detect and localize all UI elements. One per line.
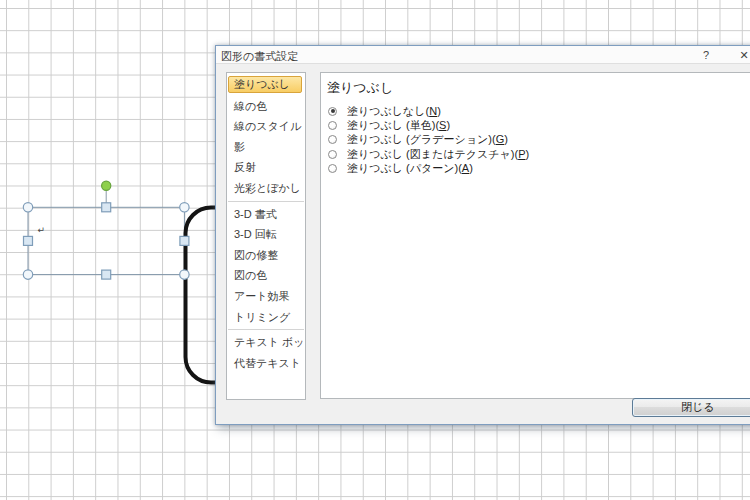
- radio-label: 塗りつぶし (図またはテクスチャ)(P): [347, 147, 529, 162]
- radio-option[interactable]: 塗りつぶし (グラデーション)(G): [328, 133, 529, 147]
- sidebar-item[interactable]: 3-D 回転: [227, 224, 305, 245]
- radio-label: 塗りつぶし (グラデーション)(G): [347, 132, 508, 147]
- dialog-title: 図形の書式設定: [221, 49, 298, 64]
- fill-panel: 塗りつぶし 塗りつぶしなし(N)塗りつぶし (単色)(S)塗りつぶし (グラデー…: [320, 72, 750, 399]
- sidebar-separator: [228, 329, 304, 330]
- radio-icon: [328, 107, 337, 116]
- resize-handle-e[interactable]: [180, 236, 189, 245]
- sidebar-item[interactable]: 光彩とぼかし: [227, 178, 305, 199]
- radio-option[interactable]: 塗りつぶしなし(N): [328, 104, 529, 118]
- sidebar-item[interactable]: 3-D 書式: [227, 204, 305, 225]
- resize-handle-ne[interactable]: [180, 203, 189, 212]
- fill-options-group: 塗りつぶしなし(N)塗りつぶし (単色)(S)塗りつぶし (グラデーション)(G…: [328, 104, 529, 176]
- format-shape-dialog: 図形の書式設定 ? ✕ 塗りつぶし線の色線のスタイル影反射光彩とぼかし3-D 書…: [215, 45, 750, 425]
- radio-icon: [328, 164, 337, 173]
- sidebar-item[interactable]: 線のスタイル: [227, 116, 305, 137]
- sidebar-item[interactable]: テキスト ボックス: [227, 332, 305, 353]
- panel-heading: 塗りつぶし: [327, 79, 393, 97]
- resize-handle-n[interactable]: [102, 203, 111, 212]
- paragraph-mark: ↵: [38, 225, 46, 235]
- sidebar-item[interactable]: 線の色: [227, 96, 305, 117]
- radio-option[interactable]: 塗りつぶし (パターン)(A): [328, 162, 529, 176]
- radio-label: 塗りつぶしなし(N): [347, 104, 441, 119]
- radio-icon: [328, 121, 337, 130]
- sidebar-item[interactable]: トリミング: [227, 307, 305, 328]
- sidebar-item[interactable]: 影: [227, 137, 305, 158]
- radio-label: 塗りつぶし (パターン)(A): [347, 161, 473, 176]
- dialog-titlebar[interactable]: 図形の書式設定 ? ✕: [216, 46, 750, 64]
- sidebar-item[interactable]: 代替テキスト: [227, 353, 305, 374]
- radio-option[interactable]: 塗りつぶし (単色)(S): [328, 118, 529, 132]
- sidebar-item[interactable]: 図の色: [227, 265, 305, 286]
- application-screen: ↵ 図形の書式設定 ? ✕ 塗りつぶし線の色線のスタイル影反射光彩とぼかし3-D…: [0, 0, 750, 500]
- close-icon[interactable]: ✕: [737, 49, 750, 62]
- category-list: 塗りつぶし線の色線のスタイル影反射光彩とぼかし3-D 書式3-D 回転図の修整図…: [226, 72, 306, 400]
- resize-handle-se[interactable]: [180, 270, 189, 279]
- resize-handle-nw[interactable]: [23, 203, 32, 212]
- radio-option[interactable]: 塗りつぶし (図またはテクスチャ)(P): [328, 147, 529, 161]
- resize-handle-w[interactable]: [24, 236, 33, 245]
- selected-shape[interactable]: [28, 207, 184, 274]
- sidebar-item[interactable]: 図の修整: [227, 245, 305, 266]
- rotation-handle[interactable]: [102, 181, 111, 190]
- resize-handle-sw[interactable]: [23, 270, 32, 279]
- close-button[interactable]: 閉じる: [632, 398, 750, 417]
- help-icon[interactable]: ?: [699, 49, 713, 61]
- resize-handle-s[interactable]: [102, 270, 111, 279]
- sidebar-item[interactable]: 塗りつぶし: [228, 76, 302, 93]
- sidebar-separator: [228, 201, 304, 202]
- sidebar-item[interactable]: アート効果: [227, 286, 305, 307]
- radio-label: 塗りつぶし (単色)(S): [347, 118, 450, 133]
- radio-icon: [328, 150, 337, 159]
- sidebar-item[interactable]: 反射: [227, 157, 305, 178]
- radio-icon: [328, 135, 337, 144]
